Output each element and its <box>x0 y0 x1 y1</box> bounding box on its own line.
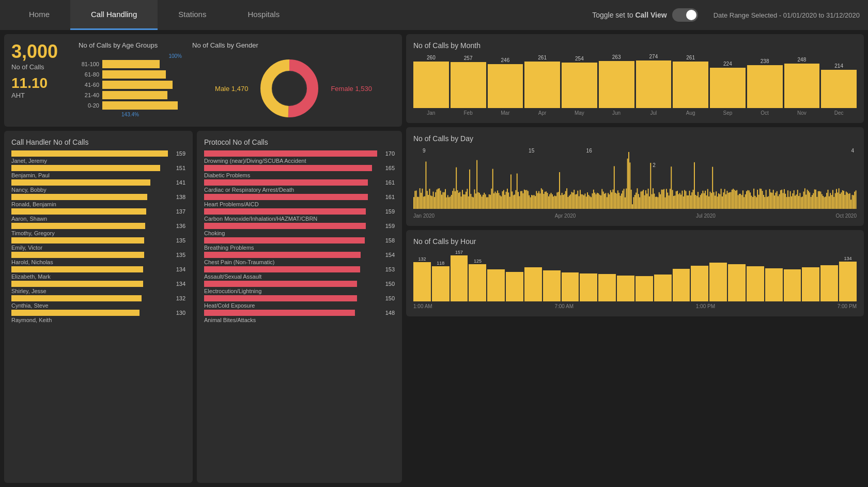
svg-rect-89 <box>517 174 518 209</box>
hour-axis-label: 7:00 PM <box>838 303 857 309</box>
svg-rect-76 <box>501 196 502 209</box>
month-count: 261 <box>686 55 695 60</box>
svg-rect-6 <box>416 191 417 209</box>
svg-rect-71 <box>494 192 495 209</box>
month-bars-container: 260 Jan 257 Feb 246 Mar 261 Apr 254 May … <box>413 54 857 116</box>
svg-rect-153 <box>594 193 595 209</box>
svg-rect-255 <box>718 193 719 209</box>
tab-call-handling[interactable]: Call Handling <box>70 0 158 30</box>
svg-rect-45 <box>463 194 464 209</box>
svg-rect-227 <box>684 190 685 209</box>
hour-bar <box>451 255 468 301</box>
svg-rect-283 <box>752 197 753 209</box>
protocol-name: Carbon Monoxide/Inhalation/HAZMAT/CBRN <box>204 216 395 222</box>
calls-by-day-card: No of Calls by Day 9 15 16 2 4 Jan 2020A… <box>406 127 864 226</box>
svg-rect-162 <box>605 193 606 209</box>
svg-rect-368 <box>856 190 857 209</box>
svg-rect-284 <box>753 189 754 209</box>
svg-rect-70 <box>493 193 494 209</box>
svg-rect-18 <box>430 195 431 209</box>
svg-rect-118 <box>552 194 553 209</box>
call-handler-bar-fill <box>11 237 144 244</box>
svg-rect-33 <box>448 197 450 209</box>
call-handler-bar-item: 135 Emily, Victor <box>11 237 185 251</box>
toggle-text: Toggle set to Call View <box>592 11 667 19</box>
calls-value: 3,000 <box>11 41 68 62</box>
svg-rect-79 <box>504 195 505 209</box>
svg-rect-338 <box>819 191 820 209</box>
svg-rect-294 <box>766 190 767 209</box>
svg-rect-223 <box>679 193 680 209</box>
svg-rect-261 <box>725 194 726 209</box>
day-chart-wrapper: 9 15 16 2 4 <box>413 147 857 211</box>
call-handler-bar-track <box>11 150 168 157</box>
svg-rect-358 <box>843 191 844 209</box>
svg-rect-273 <box>740 194 741 209</box>
svg-rect-101 <box>531 195 532 209</box>
hour-bar <box>820 265 838 301</box>
age-bar-fill <box>102 60 160 68</box>
tab-hospitals[interactable]: Hospitals <box>227 0 300 30</box>
month-col: 248 Nov <box>784 54 820 116</box>
svg-rect-327 <box>805 194 807 209</box>
tab-home[interactable]: Home <box>8 0 70 30</box>
svg-rect-328 <box>807 190 808 209</box>
svg-rect-134 <box>571 192 572 209</box>
age-bar-fill <box>102 70 166 79</box>
svg-rect-189 <box>638 194 639 209</box>
call-handler-bar-count: 136 <box>171 223 185 229</box>
month-label: Oct <box>761 110 769 116</box>
svg-rect-352 <box>836 189 837 209</box>
svg-rect-8 <box>418 197 419 209</box>
svg-rect-304 <box>778 196 779 209</box>
svg-rect-44 <box>462 190 463 209</box>
protocol-bar-row: 161 <box>204 179 395 186</box>
svg-rect-295 <box>767 197 768 209</box>
svg-rect-105 <box>536 191 537 209</box>
svg-rect-333 <box>813 193 814 209</box>
svg-rect-111 <box>544 194 545 209</box>
age-bottom-label: 143.4% <box>79 112 182 117</box>
svg-rect-264 <box>729 192 730 209</box>
svg-rect-28 <box>442 192 443 209</box>
svg-rect-332 <box>812 195 813 209</box>
month-label: Dec <box>834 110 844 116</box>
month-bar <box>636 60 672 108</box>
call-handler-bar-item: 141 Nancy, Bobby <box>11 179 185 193</box>
call-handler-bar-fill <box>11 150 168 157</box>
hour-col <box>543 250 561 301</box>
metrics-card: 3,000 No of Calls 11.10 AHT No of Calls … <box>4 34 402 127</box>
tab-stations[interactable]: Stations <box>158 0 227 30</box>
call-handler-bar-row: 135 <box>11 252 185 258</box>
svg-rect-31 <box>446 197 447 209</box>
svg-rect-183 <box>631 190 632 209</box>
svg-rect-78 <box>503 190 504 209</box>
call-handler-bar-row: 134 <box>11 266 185 272</box>
hour-bar <box>432 266 450 301</box>
svg-rect-7 <box>417 197 418 209</box>
svg-rect-359 <box>844 195 845 209</box>
month-count: 254 <box>575 56 584 62</box>
male-count: 1,470 <box>231 85 249 93</box>
call-handler-bar-fill <box>11 310 140 316</box>
svg-rect-146 <box>586 196 587 209</box>
call-handler-name: Emily, Victor <box>11 245 185 251</box>
svg-rect-341 <box>823 196 824 209</box>
svg-rect-322 <box>800 193 801 209</box>
svg-rect-324 <box>802 196 803 209</box>
call-view-toggle[interactable] <box>672 8 698 22</box>
svg-rect-289 <box>760 189 761 209</box>
svg-rect-238 <box>698 192 699 209</box>
hour-bar <box>802 267 819 301</box>
svg-rect-126 <box>562 193 563 209</box>
svg-rect-61 <box>483 195 484 209</box>
protocol-bar-track <box>204 223 377 229</box>
day-axis-label: Apr 2020 <box>555 213 576 219</box>
protocol-bar-track <box>204 252 377 258</box>
svg-rect-272 <box>739 194 740 209</box>
svg-rect-251 <box>714 192 715 209</box>
call-handler-bar-item: 135 Harold, Nicholas <box>11 252 185 265</box>
svg-rect-200 <box>652 194 653 209</box>
svg-rect-94 <box>523 193 524 209</box>
svg-rect-16 <box>428 195 429 209</box>
